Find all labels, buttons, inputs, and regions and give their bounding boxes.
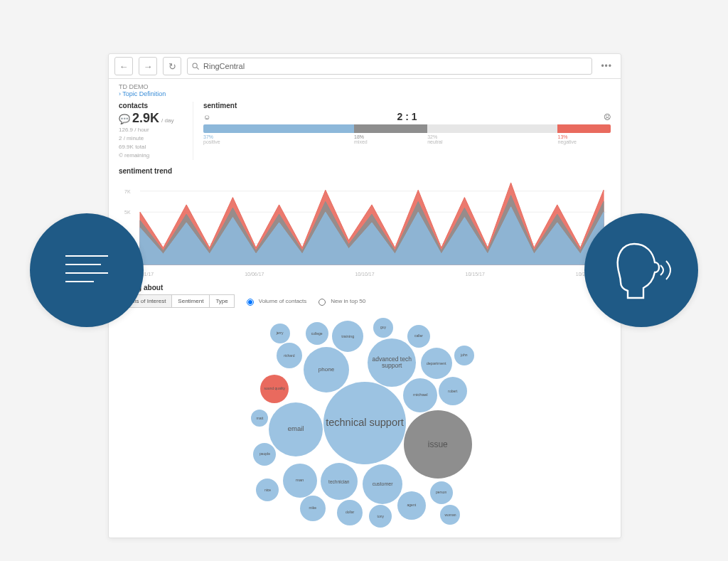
- bubble-item[interactable]: issue: [404, 410, 472, 479]
- bubble-item[interactable]: person: [430, 481, 453, 504]
- radio-new[interactable]: [318, 299, 326, 306]
- page-title: TD DEMO: [119, 83, 611, 90]
- sentiment-legend: 37%positive18%mixed32%neutral13%negative: [203, 134, 611, 144]
- contacts-value: 2.9K: [132, 111, 159, 126]
- opt-new[interactable]: New in top 50: [315, 296, 365, 306]
- trend-xaxis: 10/01/1710/06/1710/10/1710/15/1710/21/17: [109, 270, 621, 278]
- breadcrumb: TD DEMO › Topic Definition: [109, 79, 621, 99]
- bubble-item[interactable]: tony: [369, 505, 392, 528]
- comment-icon: 💬: [119, 114, 130, 124]
- svg-line-1: [197, 67, 199, 69]
- bubble-item[interactable]: guy: [373, 318, 393, 338]
- bubble-item[interactable]: richard: [277, 343, 302, 368]
- bubble-item[interactable]: training: [332, 321, 363, 352]
- bubble-item[interactable]: john: [454, 346, 474, 365]
- bubble-item[interactable]: man: [283, 464, 317, 498]
- opt-volume[interactable]: Volume of contacts: [243, 296, 307, 306]
- talking-title: talking about: [119, 284, 611, 292]
- talking-tabs: Items of Interest Sentiment Type Volume …: [119, 294, 611, 308]
- back-button[interactable]: ←: [114, 57, 133, 75]
- forward-button[interactable]: →: [139, 57, 157, 75]
- bubble-item[interactable]: caller: [407, 325, 430, 348]
- sentiment-bar: [203, 124, 611, 133]
- bubble-item[interactable]: college: [306, 322, 328, 345]
- text-badge: [30, 213, 144, 327]
- search-input[interactable]: RingCentral: [187, 58, 592, 75]
- sentiment-panel: sentiment ☺ 2 : 1 ☹ 37%positive18%mixed3…: [203, 102, 611, 160]
- svg-point-0: [193, 63, 197, 68]
- search-value: RingCentral: [203, 62, 245, 70]
- bubble-item[interactable]: michael: [403, 378, 437, 412]
- search-icon: [192, 63, 200, 70]
- speaking-head-icon: [602, 231, 680, 309]
- text-lines-icon: [58, 249, 115, 292]
- bubble-item[interactable]: mike: [300, 496, 326, 521]
- more-button[interactable]: •••: [598, 61, 615, 71]
- bubble-chart: technical supportissueemailadvanced tech…: [251, 316, 478, 530]
- bubble-item[interactable]: email: [269, 402, 323, 456]
- contacts-unit: / day: [161, 117, 173, 124]
- sentiment-ratio: 2 : 1: [215, 111, 599, 122]
- bubble-item[interactable]: agent: [397, 491, 426, 520]
- smile-icon: ☺: [203, 113, 210, 121]
- bubble-item[interactable]: phone: [304, 347, 349, 392]
- sentiment-trend-chart: 7K5K2K: [109, 178, 621, 270]
- sentiment-title: sentiment: [203, 102, 611, 109]
- bubble-item[interactable]: nice: [256, 479, 279, 501]
- bubble-item[interactable]: robert: [439, 377, 467, 405]
- bubble-item[interactable]: matt: [251, 410, 268, 427]
- contacts-row: 126.9 / hour: [119, 126, 187, 134]
- trend-title: sentiment trend: [109, 166, 621, 176]
- contacts-title: contacts: [119, 102, 187, 109]
- contacts-row: © remaining: [119, 151, 187, 160]
- app-window: ← → ↻ RingCentral ••• TD DEMO › Topic De…: [108, 53, 621, 538]
- voice-badge: [584, 213, 698, 327]
- bubble-item[interactable]: jerry: [270, 324, 290, 343]
- bubble-item[interactable]: technician: [321, 463, 358, 500]
- bubble-item[interactable]: people: [253, 443, 276, 466]
- bubble-item[interactable]: customer: [363, 464, 402, 504]
- bubble-item[interactable]: sound quality: [260, 375, 289, 403]
- radio-volume[interactable]: [247, 299, 254, 306]
- bubble-item[interactable]: advanced tech support: [368, 338, 416, 387]
- bubble-item[interactable]: department: [421, 348, 452, 379]
- svg-text:5K: 5K: [124, 210, 131, 215]
- contacts-row: 2 / minute: [119, 134, 187, 143]
- breadcrumb-link[interactable]: › Topic Definition: [119, 90, 166, 97]
- refresh-button[interactable]: ↻: [163, 57, 181, 75]
- contacts-panel: contacts 💬 2.9K / day 126.9 / hour 2 / m…: [119, 102, 193, 160]
- frown-icon: ☹: [604, 113, 611, 121]
- bubble-item[interactable]: woman: [440, 505, 460, 525]
- bubble-item[interactable]: dollar: [337, 500, 363, 525]
- bubble-item[interactable]: technical support: [323, 382, 406, 464]
- talking-panel: talking about Items of Interest Sentimen…: [109, 278, 621, 544]
- contacts-row: 69.9K total: [119, 143, 187, 151]
- tab-type[interactable]: Type: [210, 294, 234, 308]
- tab-sentiment[interactable]: Sentiment: [172, 294, 210, 308]
- browser-toolbar: ← → ↻ RingCentral •••: [109, 54, 621, 79]
- svg-text:7K: 7K: [124, 189, 131, 194]
